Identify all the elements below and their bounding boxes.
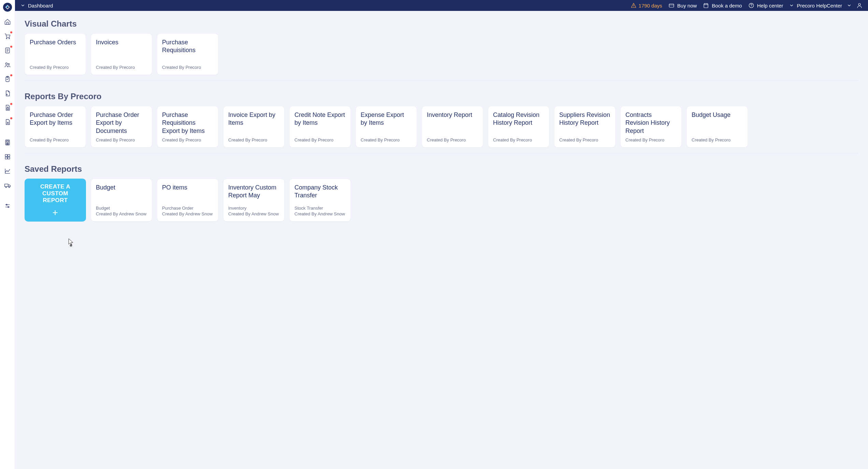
buy-now-button[interactable]: Buy now: [668, 2, 697, 9]
svg-point-32: [858, 3, 860, 5]
saved-report-card[interactable]: PO itemsPurchase OrderCreated By Andrew …: [157, 179, 218, 222]
section-title: Visual Charts: [25, 19, 858, 29]
svg-rect-20: [5, 157, 7, 159]
nav-calculator-icon[interactable]: [3, 138, 12, 147]
report-card-meta: Created By Precoro: [96, 137, 147, 143]
nav-doc-lock-icon[interactable]: [3, 103, 12, 112]
profile-button[interactable]: [856, 2, 863, 9]
help-center-button[interactable]: Help center: [748, 2, 783, 9]
report-card[interactable]: Catalog Revision History ReportCreated B…: [488, 106, 549, 148]
nav-receipt-icon[interactable]: [3, 46, 12, 55]
nav-document-icon[interactable]: [3, 89, 12, 98]
saved-report-card[interactable]: Company Stock TransferStock TransferCrea…: [289, 179, 351, 222]
report-card-title: Catalog Revision History Report: [493, 111, 544, 127]
nav-chart-icon[interactable]: [3, 166, 12, 176]
svg-rect-22: [4, 184, 8, 187]
nav-clipboard-icon[interactable]: [3, 74, 12, 84]
nav-sliders-icon[interactable]: [3, 201, 12, 211]
trial-days-label: 1790 days: [639, 3, 662, 9]
report-card-title: Purchase Requisitions: [162, 39, 213, 55]
saved-report-title: Inventory Custom Report May: [228, 184, 279, 200]
create-custom-report-button[interactable]: CREATE A CUSTOM REPORT +: [25, 179, 86, 222]
report-card-title: Invoices: [96, 39, 147, 46]
report-card[interactable]: Purchase Requisitions Export by ItemsCre…: [157, 106, 218, 148]
book-demo-label: Book a demo: [712, 3, 742, 9]
svg-rect-18: [5, 154, 7, 156]
report-card[interactable]: Contracts Revision History ReportCreated…: [620, 106, 682, 148]
saved-report-meta: BudgetCreated By Andrew Snow: [96, 205, 147, 217]
svg-point-2: [9, 38, 10, 39]
report-card[interactable]: Purchase Order Export by ItemsCreated By…: [25, 106, 86, 148]
report-card-title: Purchase Order Export by Items: [30, 111, 81, 127]
breadcrumb-label: Dashboard: [28, 3, 53, 9]
report-card-meta: Created By Precoro: [559, 137, 610, 143]
org-switcher[interactable]: Precoro HelpCenter: [789, 3, 852, 9]
report-card-title: Purchase Requisitions Export by Items: [162, 111, 213, 135]
nav-cart-icon[interactable]: [3, 31, 12, 41]
topbar: Dashboard 1790 days Buy now Book a demo …: [15, 0, 868, 11]
nav-doc-x-icon[interactable]: [3, 117, 12, 127]
section-title: Saved Reports: [25, 164, 858, 174]
svg-rect-11: [6, 141, 9, 142]
svg-point-17: [8, 144, 9, 145]
report-card-meta: Created By Precoro: [162, 137, 213, 143]
svg-point-13: [7, 143, 8, 143]
saved-report-meta: Stock TransferCreated By Andrew Snow: [294, 205, 346, 217]
section-reports-precoro: Reports By Precoro Purchase Order Export…: [25, 92, 858, 153]
buy-now-label: Buy now: [677, 3, 697, 9]
report-card-title: Credit Note Export by Items: [294, 111, 346, 127]
report-card-title: Inventory Report: [427, 111, 478, 119]
sidebar: [0, 0, 15, 469]
report-card[interactable]: Credit Note Export by ItemsCreated By Pr…: [289, 106, 351, 148]
report-card[interactable]: InvoicesCreated By Precoro: [91, 33, 152, 75]
svg-point-1: [6, 38, 7, 39]
plus-icon: +: [53, 208, 58, 217]
breadcrumb[interactable]: Dashboard: [20, 3, 53, 9]
nav-home-icon[interactable]: [3, 17, 12, 27]
report-card-title: Expense Export by Items: [361, 111, 412, 127]
saved-report-by: Created By Andrew Snow: [96, 211, 146, 216]
nav-boxes-icon[interactable]: [3, 152, 12, 162]
saved-report-title: PO items: [162, 184, 213, 192]
report-card-meta: Created By Precoro: [427, 137, 478, 143]
svg-point-4: [5, 63, 7, 64]
svg-point-12: [6, 143, 7, 143]
saved-report-card[interactable]: BudgetBudgetCreated By Andrew Snow: [91, 179, 152, 222]
report-card[interactable]: Expense Export by ItemsCreated By Precor…: [356, 106, 417, 148]
saved-report-title: Budget: [96, 184, 147, 192]
svg-rect-29: [704, 4, 708, 8]
section-title: Reports By Precoro: [25, 92, 858, 101]
report-card-title: Budget Usage: [692, 111, 743, 119]
svg-point-16: [7, 144, 8, 145]
report-card[interactable]: Suppliers Revision History ReportCreated…: [554, 106, 616, 148]
report-card[interactable]: Budget UsageCreated By Precoro: [686, 106, 748, 148]
report-card[interactable]: Invoice Export by ItemsCreated By Precor…: [223, 106, 285, 148]
svg-point-24: [9, 186, 10, 187]
report-card-title: Contracts Revision History Report: [625, 111, 677, 135]
saved-report-meta: Purchase OrderCreated By Andrew Snow: [162, 205, 213, 217]
svg-rect-28: [669, 4, 674, 7]
report-card[interactable]: Purchase Order Export by DocumentsCreate…: [91, 106, 152, 148]
saved-report-title: Company Stock Transfer: [294, 184, 346, 200]
saved-report-by: Created By Andrew Snow: [162, 211, 213, 216]
nav-truck-icon[interactable]: [3, 181, 12, 190]
app-logo[interactable]: [2, 2, 13, 12]
help-center-label: Help center: [757, 3, 783, 9]
report-card[interactable]: Inventory ReportCreated By Precoro: [422, 106, 483, 148]
svg-rect-19: [8, 154, 10, 156]
report-card-meta: Created By Precoro: [30, 137, 81, 143]
trial-days: 1790 days: [631, 2, 662, 9]
saved-report-meta: InventoryCreated By Andrew Snow: [228, 205, 279, 217]
report-card[interactable]: Purchase RequisitionsCreated By Precoro: [157, 33, 218, 75]
svg-point-23: [5, 186, 6, 187]
report-card-meta: Created By Precoro: [228, 137, 279, 143]
nav-people-icon[interactable]: [3, 60, 12, 70]
section-saved-reports: Saved Reports CREATE A CUSTOM REPORT + B…: [25, 164, 858, 227]
saved-report-type: Budget: [96, 205, 147, 211]
book-demo-button[interactable]: Book a demo: [703, 2, 742, 9]
report-card-meta: Created By Precoro: [30, 64, 81, 71]
report-card[interactable]: Purchase OrdersCreated By Precoro: [25, 33, 86, 75]
saved-report-type: Stock Transfer: [294, 205, 346, 211]
report-card-meta: Created By Precoro: [692, 137, 743, 143]
saved-report-card[interactable]: Inventory Custom Report MayInventoryCrea…: [223, 179, 285, 222]
